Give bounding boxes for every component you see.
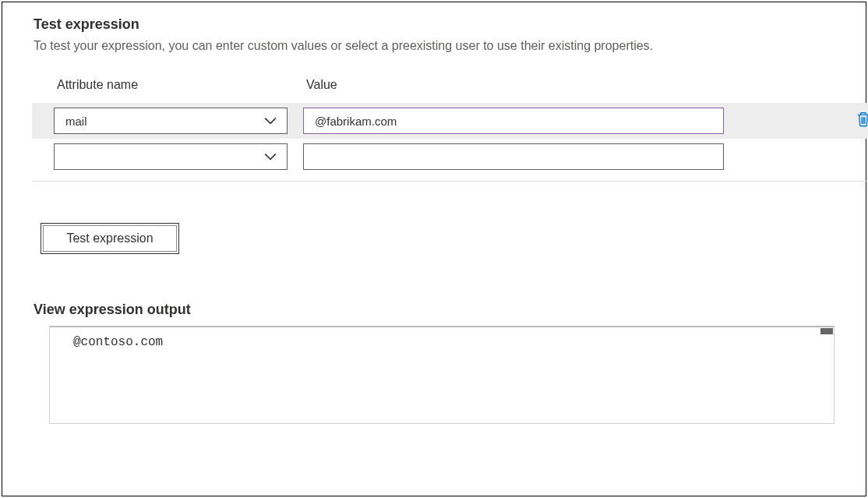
attribute-table: Attribute name Value mail [54,78,834,182]
test-expression-button[interactable]: Test expression [43,225,177,252]
attribute-name-dropdown[interactable]: mail [54,108,288,134]
scrollbar-thumb[interactable] [820,328,833,334]
value-input[interactable] [303,143,724,170]
delete-row-button[interactable] [853,111,868,131]
column-header-value: Value [303,78,724,92]
row-divider [32,181,868,182]
table-row: mail [32,103,868,139]
section-description: To test your expression, you can enter c… [34,39,834,53]
expression-output[interactable]: @contoso.com [49,326,834,424]
output-value: @contoso.com [73,335,163,349]
column-headers: Attribute name Value [54,78,834,92]
chevron-down-icon [262,112,279,129]
test-expression-panel: Test expression To test your expression,… [2,2,866,496]
value-input[interactable] [303,108,724,134]
section-title: Test expression [34,16,834,33]
chevron-down-icon [262,148,279,165]
column-header-attribute: Attribute name [54,78,288,92]
table-row [54,139,834,175]
trash-icon [856,111,868,130]
dropdown-value: mail [65,115,87,128]
attribute-name-dropdown[interactable] [54,143,288,170]
output-title: View expression output [34,302,834,318]
